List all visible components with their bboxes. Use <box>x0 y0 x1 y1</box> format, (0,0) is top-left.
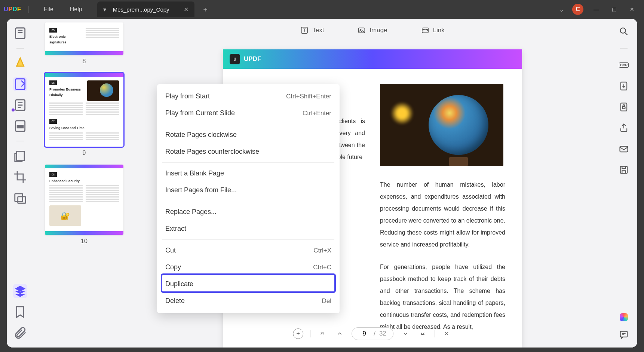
app-logo[interactable]: UPDF <box>3 4 22 15</box>
email-icon[interactable] <box>619 144 629 154</box>
theme-icon[interactable] <box>620 313 628 321</box>
thumbnail-panel: 05 Electronic signatures 8 06 <box>34 19 135 348</box>
globe-thumbnail-icon <box>87 80 119 101</box>
context-menu: Play from StartCtrl+Shift+Enter Play fro… <box>157 84 340 313</box>
zoom-in-button[interactable]: + <box>293 328 303 339</box>
thumbnail-page-8[interactable]: 05 Electronic signatures 8 <box>45 22 123 65</box>
page-input[interactable]: / 32 <box>352 327 393 340</box>
svg-rect-15 <box>623 107 625 109</box>
add-text-button[interactable]: Text <box>300 26 324 34</box>
first-page-button[interactable] <box>317 328 328 339</box>
thumbnail-page-10[interactable]: 08 Enhanced Security 🔐 10 <box>45 165 123 245</box>
reader-tool-icon[interactable] <box>13 26 27 40</box>
bookmark-icon[interactable] <box>13 305 27 319</box>
layers-icon[interactable] <box>13 284 27 298</box>
svg-rect-17 <box>620 166 628 174</box>
comment-tool-icon[interactable] <box>13 56 27 70</box>
current-page-field[interactable] <box>359 330 370 337</box>
pages-tool-icon[interactable] <box>13 149 27 163</box>
document-tab[interactable]: ▾ Mes_prem...opy_Copy ✕ <box>97 1 194 17</box>
ctx-duplicate[interactable]: Duplicate <box>157 276 340 293</box>
page-separator: / <box>374 330 375 337</box>
ctx-play-from-current[interactable]: Play from Current SlideCtrl+Enter <box>157 105 340 122</box>
ctx-replace-pages[interactable]: Replace Pages... <box>157 203 340 220</box>
ctx-rotate-ccw[interactable]: Rotate Pages counterclockwise <box>157 143 340 160</box>
svg-rect-4 <box>17 125 23 128</box>
next-page-button[interactable] <box>400 328 411 339</box>
tab-title: Mes_prem...opy_Copy <box>113 6 178 13</box>
thumbnail-page-9[interactable]: 06 Promotes Business Globally 07 Saving … <box>45 73 123 156</box>
maximize-button[interactable]: ▢ <box>605 4 623 15</box>
organize-tool-icon[interactable] <box>13 98 27 112</box>
pager: + / 32 ✕ <box>293 327 452 340</box>
updf-logo-icon: U <box>230 54 240 64</box>
menu-file[interactable]: File <box>36 6 62 13</box>
svg-rect-7 <box>18 197 26 203</box>
svg-rect-16 <box>620 146 628 152</box>
prev-page-button[interactable] <box>334 328 345 339</box>
new-tab-button[interactable]: ＋ <box>202 5 209 14</box>
ctx-rotate-cw[interactable]: Rotate Pages clockwise <box>157 126 340 143</box>
doc-paragraph: The number of human mistakes, labor expe… <box>380 179 505 251</box>
svg-rect-18 <box>620 331 628 337</box>
close-button[interactable]: ✕ <box>623 4 641 15</box>
ocr-icon[interactable]: OCR <box>619 60 629 70</box>
doc-brand: UPDF <box>244 55 261 63</box>
svg-rect-0 <box>15 28 25 39</box>
close-pager-button[interactable]: ✕ <box>442 328 452 339</box>
minimize-button[interactable]: — <box>587 4 605 15</box>
doc-paragraph: For generations, people have utilized th… <box>380 261 505 333</box>
last-page-button[interactable] <box>417 328 428 339</box>
menu-help[interactable]: Help <box>62 6 91 13</box>
attachment-icon[interactable] <box>13 326 27 340</box>
ctx-copy[interactable]: CopyCtrl+C <box>157 259 340 276</box>
svg-rect-6 <box>15 194 23 202</box>
svg-point-12 <box>620 28 626 33</box>
chevron-down-icon[interactable]: ⌄ <box>559 6 564 13</box>
edit-tool-icon[interactable] <box>13 77 27 91</box>
ctx-play-from-start[interactable]: Play from StartCtrl+Shift+Enter <box>157 88 340 105</box>
save-icon[interactable] <box>619 165 629 175</box>
ctx-insert-from-file[interactable]: Insert Pages from File... <box>157 182 340 199</box>
indicator-dot <box>12 108 15 111</box>
protect-icon[interactable] <box>619 102 629 112</box>
add-image-button[interactable]: Image <box>358 26 387 34</box>
ctx-cut[interactable]: CutCtrl+X <box>157 242 340 259</box>
ctx-extract[interactable]: Extract <box>157 220 340 237</box>
share-icon[interactable] <box>619 123 629 133</box>
comment-panel-icon[interactable] <box>619 330 629 340</box>
add-link-button[interactable]: Link <box>421 26 445 34</box>
tab-close-icon[interactable]: ✕ <box>184 6 188 13</box>
svg-rect-5 <box>17 151 25 160</box>
tab-dropdown-icon[interactable]: ▾ <box>103 6 106 13</box>
ctx-insert-blank[interactable]: Insert a Blank Page <box>157 165 340 182</box>
doc-globe-image <box>380 84 503 166</box>
convert-icon[interactable] <box>619 81 629 91</box>
watermark-tool-icon[interactable] <box>13 191 27 205</box>
avatar[interactable]: C <box>572 4 583 15</box>
search-icon[interactable] <box>619 26 629 37</box>
redact-tool-icon[interactable] <box>13 119 27 133</box>
crop-tool-icon[interactable] <box>13 170 27 184</box>
total-pages: 32 <box>379 330 386 337</box>
ctx-delete[interactable]: DeleteDel <box>157 293 340 309</box>
svg-rect-14 <box>621 103 627 111</box>
